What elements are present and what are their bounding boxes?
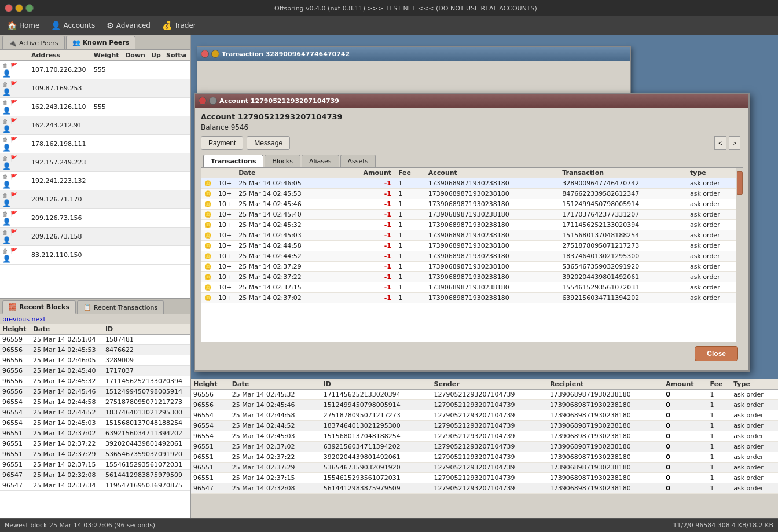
peer-row[interactable]: 🗑 🚩 👤 107.170.226.230 555 (0, 61, 190, 79)
tab-assets[interactable]: Assets (340, 155, 376, 167)
peer-row[interactable]: 🗑 🚩 👤 209.126.73.158 (0, 228, 190, 246)
bottom-tx-row[interactable]: 96551 25 Mar 14 02:37:22 392020443980149… (191, 452, 778, 463)
delete-icon[interactable]: 🗑 (2, 100, 8, 106)
account-tx-row[interactable]: 🪙 10+ 25 Mar 14 02:45:53 -1 1 1739068987… (201, 189, 743, 199)
block-row[interactable]: 96554 25 Mar 14 02:44:52 183746401302129… (0, 408, 190, 418)
tx-close-btn[interactable] (201, 50, 209, 58)
delete-icon[interactable]: 🗑 (2, 155, 8, 162)
payment-button[interactable]: Payment (201, 136, 243, 150)
maximize-button[interactable] (25, 4, 34, 12)
block-row[interactable]: 96556 25 Mar 14 02:45:46 151249945079800… (0, 387, 190, 397)
flag-icon[interactable]: 🚩 (10, 174, 17, 180)
blocks-table-container[interactable]: Height Date ID 96559 25 Mar 14 02:51:04 … (0, 324, 190, 518)
account-tx-row[interactable]: 🪙 10+ 25 Mar 14 02:46:05 -1 1 1739068987… (201, 178, 743, 189)
block-row[interactable]: 96551 25 Mar 14 02:37:29 536546735903209… (0, 449, 190, 460)
delete-icon[interactable]: 🗑 (2, 81, 8, 87)
nav-next-btn[interactable]: > (729, 136, 740, 150)
account-tx-row[interactable]: 🪙 10+ 25 Mar 14 02:37:02 -1 1 1739068987… (201, 293, 743, 303)
block-row[interactable]: 96556 25 Mar 14 02:46:05 3289009 (0, 355, 190, 366)
scrollbar-thumb[interactable] (737, 171, 743, 195)
flag-icon[interactable]: 🚩 (10, 229, 17, 236)
inner-scrollbar[interactable] (736, 168, 743, 342)
flag-icon[interactable]: 🚩 (10, 248, 17, 254)
message-button[interactable]: Message (247, 136, 290, 150)
nav-prev-btn[interactable]: < (714, 136, 726, 150)
peer-row[interactable]: 🗑 🚩 👤 178.162.198.111 (0, 135, 190, 153)
close-account-window-btn[interactable]: Close (695, 346, 738, 361)
tx-min-btn[interactable] (211, 50, 219, 58)
menu-accounts[interactable]: 👤 Accounts (46, 20, 100, 31)
menu-home[interactable]: 🏠 Home (2, 20, 44, 31)
flag-icon[interactable]: 🚩 (10, 81, 17, 87)
menu-advanced[interactable]: ⚙ Advanced (102, 20, 155, 31)
close-button[interactable] (5, 4, 13, 12)
prev-link[interactable]: previous (2, 315, 30, 323)
tx-window-controls[interactable] (201, 50, 219, 58)
account-tx-row[interactable]: 🪙 10+ 25 Mar 14 02:44:58 -1 1 1739068987… (201, 241, 743, 251)
account-tx-row[interactable]: 🪙 10+ 25 Mar 14 02:37:15 -1 1 1739068987… (201, 282, 743, 293)
flag-icon[interactable]: 🚩 (10, 137, 17, 143)
account-tx-row[interactable]: 🪙 10+ 25 Mar 14 02:44:52 -1 1 1739068987… (201, 251, 743, 262)
tab-aliases[interactable]: Aliases (302, 155, 339, 167)
block-row[interactable]: 96559 25 Mar 14 02:51:04 1587481 (0, 335, 190, 345)
bottom-tx-table-container[interactable]: Height Date ID Sender Recipient Amount F… (191, 379, 778, 494)
flag-icon[interactable]: 🚩 (10, 118, 17, 124)
delete-icon[interactable]: 🗑 (2, 229, 8, 236)
block-row[interactable]: 96547 25 Mar 14 02:37:34 119547169503697… (0, 480, 190, 491)
block-row[interactable]: 96551 25 Mar 14 02:37:15 155461529356107… (0, 460, 190, 470)
tab-known-peers[interactable]: 👥 Known Peers (66, 36, 136, 49)
delete-icon[interactable]: 🗑 (2, 211, 8, 217)
tab-active-peers[interactable]: 🔌 Active Peers (2, 36, 65, 49)
next-link[interactable]: next (32, 315, 46, 323)
acct-window-controls[interactable] (199, 97, 217, 105)
flag-icon[interactable]: 🚩 (10, 211, 17, 217)
tab-recent-blocks[interactable]: 🧱 Recent Blocks (2, 300, 76, 314)
peer-row[interactable]: 🗑 🚩 👤 209.126.71.170 (0, 190, 190, 209)
bottom-tx-row[interactable]: 96547 25 Mar 14 02:32:08 561441298387597… (191, 483, 778, 494)
bottom-tx-row[interactable]: 96554 25 Mar 14 02:44:52 183746401302129… (191, 421, 778, 431)
tab-transactions[interactable]: Transactions (203, 155, 263, 167)
minimize-button[interactable] (15, 4, 23, 12)
bottom-tx-row[interactable]: 96556 25 Mar 14 02:45:32 171145625213302… (191, 390, 778, 400)
delete-icon[interactable]: 🗑 (2, 248, 8, 254)
block-row[interactable]: 96547 25 Mar 14 02:32:08 561441298387597… (0, 470, 190, 480)
flag-icon[interactable]: 🚩 (10, 63, 17, 69)
bottom-tx-row[interactable]: 96551 25 Mar 14 02:37:15 155461529356107… (191, 473, 778, 483)
acct-close-win-btn[interactable] (199, 97, 207, 105)
peer-row[interactable]: 🗑 🚩 👤 192.157.249.223 (0, 153, 190, 172)
delete-icon[interactable]: 🗑 (2, 118, 8, 124)
delete-icon[interactable]: 🗑 (2, 192, 8, 199)
peer-row[interactable]: 🗑 🚩 👤 109.87.169.253 (0, 79, 190, 98)
peer-row[interactable]: 🗑 🚩 👤 162.243.126.110 555 (0, 98, 190, 116)
account-tx-row[interactable]: 🪙 10+ 25 Mar 14 02:45:03 -1 1 1739068987… (201, 230, 743, 241)
peer-row[interactable]: 🗑 🚩 👤 192.241.223.132 (0, 172, 190, 190)
peer-row[interactable]: 🗑 🚩 👤 162.243.212.91 (0, 116, 190, 135)
account-tx-row[interactable]: 🪙 10+ 25 Mar 14 02:45:46 -1 1 1739068987… (201, 199, 743, 210)
bottom-tx-row[interactable]: 96556 25 Mar 14 02:45:46 151249945079800… (191, 400, 778, 410)
bottom-tx-row[interactable]: 96554 25 Mar 14 02:44:58 275187809507121… (191, 410, 778, 421)
peer-row[interactable]: 🗑 🚩 👤 209.126.73.156 (0, 209, 190, 228)
bottom-tx-row[interactable]: 96551 25 Mar 14 02:37:02 639215603471139… (191, 442, 778, 452)
delete-icon[interactable]: 🗑 (2, 63, 8, 69)
tab-recent-transactions[interactable]: 📋 Recent Transactions (77, 300, 164, 314)
bottom-tx-row[interactable]: 96554 25 Mar 14 02:45:03 151568013704818… (191, 431, 778, 442)
flag-icon[interactable]: 🚩 (10, 100, 17, 106)
menu-trader[interactable]: 💰 Trader (157, 20, 201, 31)
delete-icon[interactable]: 🗑 (2, 137, 8, 143)
tab-blocks[interactable]: Blocks (265, 155, 300, 167)
acct-min-btn[interactable] (209, 97, 217, 105)
peers-table-container[interactable]: Address Weight Down Up Softw 🗑 🚩 👤 107.1… (0, 50, 190, 298)
inner-table-container[interactable]: Date Amount Fee Account Transaction type… (201, 168, 743, 342)
block-row[interactable]: 96551 25 Mar 14 02:37:22 392020443980149… (0, 439, 190, 449)
bottom-tx-row[interactable]: 96551 25 Mar 14 02:37:29 536546735903209… (191, 463, 778, 473)
block-row[interactable]: 96551 25 Mar 14 02:37:02 639215603471139… (0, 428, 190, 439)
flag-icon[interactable]: 🚩 (10, 192, 17, 199)
account-tx-row[interactable]: 🪙 10+ 25 Mar 14 02:37:29 -1 1 1739068987… (201, 262, 743, 272)
peer-row[interactable]: 🗑 🚩 👤 83.212.110.150 (0, 246, 190, 265)
block-row[interactable]: 96554 25 Mar 14 02:44:58 275187809507121… (0, 397, 190, 408)
block-row[interactable]: 96556 25 Mar 14 02:45:32 171145625213302… (0, 376, 190, 387)
block-row[interactable]: 96556 25 Mar 14 02:45:40 1717037 (0, 366, 190, 376)
account-tx-row[interactable]: 🪙 10+ 25 Mar 14 02:37:22 -1 1 1739068987… (201, 272, 743, 282)
block-row[interactable]: 96554 25 Mar 14 02:45:03 151568013704818… (0, 418, 190, 428)
block-row[interactable]: 96556 25 Mar 14 02:45:53 8476622 (0, 345, 190, 355)
